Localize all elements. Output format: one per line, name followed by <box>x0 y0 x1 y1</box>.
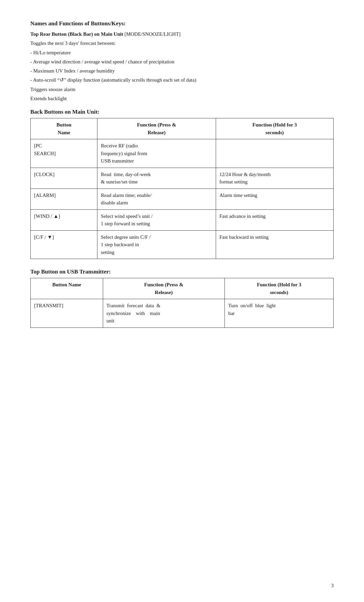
table-header-row: ButtonName Function (Press &Release) Fun… <box>31 118 334 139</box>
cell-cf-press: Select degree units C/F /1 step backward… <box>97 230 216 259</box>
cell-wind-hold: Fast advance in setting <box>216 209 333 230</box>
cell-pc-search-hold <box>216 139 333 168</box>
cell-transmit-name: [TRANSMIT] <box>31 299 103 328</box>
table-row: [PCSEARCH] Receive RF (radiofrequency) s… <box>31 139 334 168</box>
cell-pc-search-press: Receive RF (radiofrequency) signal fromU… <box>97 139 216 168</box>
table-row: [TRANSMIT] Transmit forecast data &synch… <box>31 299 334 328</box>
col-header-function-hold: Function (Hold for 3seconds) <box>216 118 333 139</box>
bullet-uv: - Maximum UV Index / average humidity <box>30 67 334 75</box>
table-row: [C/F / ▼] Select degree units C/F /1 ste… <box>31 230 334 259</box>
cell-wind-name: [WIND / ▲] <box>31 209 97 230</box>
cell-cf-name: [C/F / ▼] <box>31 230 97 259</box>
bullet-autoscroll: - Auto-scroll “↺” display function (auto… <box>30 76 334 84</box>
top-rear-button-heading: Top Rear Button (Black Bar) on Main Unit… <box>30 30 334 38</box>
usb-col-header-function-press: Function (Press &Release) <box>103 278 224 299</box>
back-buttons-table: ButtonName Function (Press &Release) Fun… <box>30 118 334 259</box>
top-rear-button-label-bold: Top Rear Button (Black Bar) on Main Unit <box>30 31 123 37</box>
table-row: [ALARM] Read alarm time; enable/disable … <box>31 189 334 209</box>
back-buttons-section-title: Back Buttons on Main Unit: <box>30 109 334 115</box>
cell-wind-press: Select wind speed’s unit /1 step forward… <box>97 209 216 230</box>
usb-col-header-button-name: Button Name <box>31 278 103 299</box>
cell-alarm-hold: Alarm time setting <box>216 189 333 209</box>
usb-table-header-row: Button Name Function (Press &Release) Fu… <box>31 278 334 299</box>
table-row: [WIND / ▲] Select wind speed’s unit /1 s… <box>31 209 334 230</box>
usb-section-title: Top Button on USB Transmitter: <box>30 268 334 275</box>
cell-pc-search-name: [PCSEARCH] <box>31 139 97 168</box>
usb-transmitter-table: Button Name Function (Press &Release) Fu… <box>30 278 334 328</box>
page-number: 3 <box>331 583 334 589</box>
usb-col-header-function-hold: Function (Hold for 3seconds) <box>225 278 334 299</box>
extends-backlight: Extends backlight <box>30 95 334 103</box>
col-header-function-press: Function (Press &Release) <box>97 118 216 139</box>
col-header-button-name: ButtonName <box>31 118 97 139</box>
cell-transmit-hold: Turn on/off blue lightbar <box>225 299 334 328</box>
bullet-wind: - Average wind direction / average wind … <box>30 58 334 66</box>
cell-transmit-press: Transmit forecast data &synchronize with… <box>103 299 224 328</box>
cell-alarm-name: [ALARM] <box>31 189 97 209</box>
cell-alarm-press: Read alarm time; enable/disable alarm <box>97 189 216 209</box>
cell-clock-name: [CLOCK] <box>31 168 97 189</box>
bullet-hi-lo: - Hi/Lo temperature <box>30 49 334 57</box>
section-names-functions: Names and Functions of Buttons/Keys: Top… <box>30 20 334 103</box>
top-rear-button-label-normal: [MODE/SNOOZE/LIGHT] <box>123 31 180 37</box>
triggers-snooze: Triggers snooze alarm <box>30 86 334 93</box>
cell-cf-hold: Fast backward in setting <box>216 230 333 259</box>
cell-clock-press: Read time, day-of-week& sunrise/set time <box>97 168 216 189</box>
section-title: Names and Functions of Buttons/Keys: <box>30 20 334 27</box>
cell-clock-hold: 12/24 Hour & day/monthformat setting <box>216 168 333 189</box>
table-row: [CLOCK] Read time, day-of-week& sunrise/… <box>31 168 334 189</box>
top-rear-button-desc: Toggles the next 3 days' forecast betwee… <box>30 39 334 47</box>
